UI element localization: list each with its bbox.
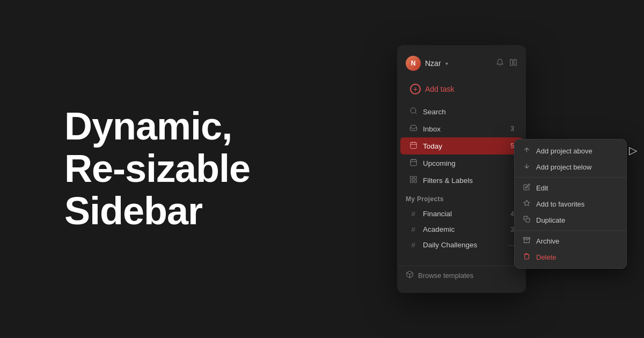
user-info[interactable]: N Nzar ▾ xyxy=(406,56,448,71)
svg-marker-19 xyxy=(524,200,530,205)
ctx-delete[interactable]: Delete xyxy=(515,249,626,265)
star-icon xyxy=(522,200,531,208)
filters-label: Filters & Labels xyxy=(423,177,473,185)
svg-rect-4 xyxy=(410,143,416,149)
ctx-add-project-above[interactable]: Add project above xyxy=(515,143,626,159)
avatar: N xyxy=(406,56,421,71)
duplicate-label: Duplicate xyxy=(536,216,565,224)
svg-rect-12 xyxy=(410,177,412,179)
hash-icon-daily: # xyxy=(409,241,418,249)
hero-line1: Dynamic, xyxy=(64,105,250,148)
arrow-down-icon xyxy=(522,163,531,171)
sidebar-item-today[interactable]: Today 5 xyxy=(400,137,523,155)
cursor-icon: ▷ xyxy=(629,144,637,157)
filters-icon xyxy=(409,175,418,185)
ctx-add-project-below[interactable]: Add project below xyxy=(515,159,626,175)
today-badge: 5 xyxy=(510,142,514,150)
today-label: Today xyxy=(423,142,442,150)
pencil-icon xyxy=(522,183,531,192)
browse-templates-label: Browse templates xyxy=(418,271,473,280)
sidebar-item-search[interactable]: Search xyxy=(400,103,523,120)
search-label: Search xyxy=(423,108,446,116)
hash-icon-academic: # xyxy=(409,225,418,233)
daily-challenges-label: Daily Challenges xyxy=(423,241,477,249)
ctx-divider-2 xyxy=(515,230,626,231)
edit-label: Edit xyxy=(536,184,548,192)
ctx-add-favorites[interactable]: Add to favorites xyxy=(515,196,626,212)
add-project-below-label: Add project below xyxy=(536,163,591,171)
academic-badge: 3 xyxy=(510,226,514,233)
sidebar-item-upcoming[interactable]: Upcoming xyxy=(400,155,523,172)
chevron-down-icon: ▾ xyxy=(445,61,448,67)
financial-badge: 4 xyxy=(510,210,514,218)
add-project-above-label: Add project above xyxy=(536,147,592,155)
svg-rect-20 xyxy=(525,218,529,222)
ctx-duplicate[interactable]: Duplicate xyxy=(515,212,626,228)
context-menu: Add project above Add project below Edit… xyxy=(514,139,627,269)
archive-label: Archive xyxy=(536,237,559,245)
archive-icon xyxy=(522,237,531,245)
layout-icon[interactable] xyxy=(509,58,517,69)
svg-rect-1 xyxy=(514,59,516,65)
svg-rect-8 xyxy=(410,160,416,166)
inbox-badge: 3 xyxy=(510,125,514,133)
today-icon xyxy=(409,141,418,151)
svg-rect-13 xyxy=(414,177,416,179)
hash-icon-financial: # xyxy=(409,210,418,218)
ctx-divider-1 xyxy=(515,177,626,178)
arrow-up-icon xyxy=(522,146,531,155)
browse-templates-icon xyxy=(406,270,414,280)
sidebar-item-daily-challenges[interactable]: # Daily Challenges ··· xyxy=(400,237,523,253)
svg-rect-0 xyxy=(510,59,513,65)
svg-rect-21 xyxy=(523,238,530,239)
financial-label: Financial xyxy=(423,210,452,218)
add-task-button[interactable]: + Add task xyxy=(401,79,522,99)
inbox-icon xyxy=(409,124,418,134)
academic-label: Academic xyxy=(423,225,455,233)
hero-line3: Sidebar xyxy=(64,190,250,233)
sidebar-item-academic[interactable]: # Academic 3 xyxy=(400,222,523,237)
upcoming-icon xyxy=(409,158,418,168)
trash-icon xyxy=(522,253,531,261)
delete-label: Delete xyxy=(536,253,557,261)
daily-challenges-badge: ··· xyxy=(509,241,514,249)
add-task-label: Add task xyxy=(425,85,454,93)
svg-rect-15 xyxy=(410,180,412,182)
sidebar-container: N Nzar ▾ + Add task xyxy=(397,45,526,293)
projects-section-title: My Projects xyxy=(397,189,526,206)
sidebar-item-inbox[interactable]: Inbox 3 xyxy=(400,120,523,137)
sidebar: N Nzar ▾ + Add task xyxy=(397,45,526,293)
hero-line2: Re-sizable xyxy=(64,148,250,190)
svg-rect-14 xyxy=(414,180,416,182)
add-task-icon: + xyxy=(410,84,421,94)
user-name: Nzar xyxy=(425,59,441,68)
ctx-edit[interactable]: Edit xyxy=(515,180,626,196)
inbox-label: Inbox xyxy=(423,125,441,133)
search-icon xyxy=(409,107,418,116)
svg-line-3 xyxy=(415,112,416,114)
browse-templates-button[interactable]: Browse templates xyxy=(397,266,526,284)
sidebar-header: N Nzar ▾ xyxy=(397,54,526,77)
hero-section: Dynamic, Re-sizable Sidebar xyxy=(64,105,250,233)
sidebar-item-filters[interactable]: Filters & Labels xyxy=(400,172,523,189)
add-favorites-label: Add to favorites xyxy=(536,200,584,208)
copy-icon xyxy=(522,216,531,224)
header-icons xyxy=(496,58,517,69)
sidebar-item-financial[interactable]: # Financial 4 xyxy=(400,206,523,222)
ctx-archive[interactable]: Archive xyxy=(515,233,626,249)
upcoming-label: Upcoming xyxy=(423,159,456,167)
notification-icon[interactable] xyxy=(496,58,504,69)
